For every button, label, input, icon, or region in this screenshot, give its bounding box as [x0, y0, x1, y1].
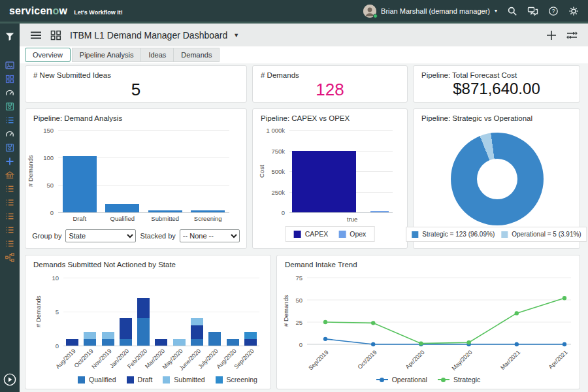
- list-icon[interactable]: [5, 184, 15, 194]
- segment-qualified[interactable]: [84, 339, 96, 346]
- bank-icon[interactable]: [5, 170, 15, 180]
- group-by-select[interactable]: State: [65, 229, 136, 242]
- bar-submitted[interactable]: [148, 210, 182, 212]
- gauge-icon[interactable]: [5, 88, 15, 98]
- point-strategic-apr-2021[interactable]: [563, 296, 566, 300]
- legend-item-submitted: Submitted: [163, 376, 204, 384]
- gear-icon[interactable]: [568, 6, 579, 16]
- bar-opex[interactable]: [370, 211, 389, 212]
- gauge-icon[interactable]: [5, 129, 15, 139]
- kpi-value[interactable]: 5: [25, 80, 246, 100]
- stacked-bar-may-2020[interactable]: [173, 339, 186, 346]
- list-icon[interactable]: [5, 225, 15, 235]
- segment-qualified[interactable]: [208, 332, 221, 346]
- segment-draft[interactable]: [244, 339, 257, 346]
- point-operational-sep-2019[interactable]: [323, 337, 327, 341]
- bar-screening[interactable]: [191, 210, 225, 212]
- bar-qualified[interactable]: [105, 204, 139, 212]
- segment-draft[interactable]: [120, 318, 132, 338]
- tab-pipeline-analysis[interactable]: Pipeline Analysis: [72, 48, 142, 62]
- chart-title: Pipeline: CAPEX vs OPEX: [253, 109, 407, 124]
- save-icon[interactable]: [5, 101, 15, 112]
- segment-draft[interactable]: [137, 298, 150, 318]
- dashboard-picker-icon[interactable]: [50, 30, 61, 41]
- segment-submitted[interactable]: [84, 332, 96, 338]
- dashboard-title-dropdown-icon[interactable]: ▼: [233, 32, 239, 39]
- play-circle-icon[interactable]: [2, 372, 18, 387]
- y-axis-label: # Demands: [282, 278, 290, 344]
- list-icon[interactable]: [5, 197, 15, 208]
- workflow-icon[interactable]: [5, 252, 15, 263]
- stacked-bar-oct-2019[interactable]: [84, 332, 96, 346]
- point-operational-mar-2021[interactable]: [515, 342, 519, 346]
- segment-qualified[interactable]: [227, 339, 239, 346]
- stacked-bar-july-2020[interactable]: [208, 332, 221, 346]
- segment-draft[interactable]: [66, 339, 78, 346]
- stacked-bar-aug-2019[interactable]: [66, 339, 78, 346]
- tab-demands[interactable]: Demands: [174, 48, 220, 62]
- segment-submitted[interactable]: [173, 339, 186, 346]
- chart-title: Pipeline: Demand Analysis: [25, 109, 246, 124]
- add-icon[interactable]: [546, 29, 557, 41]
- kpi-value[interactable]: $871,640.00: [414, 80, 580, 98]
- kpi-card-demands: # Demands 128: [252, 65, 408, 103]
- stacked-bar-aug-2020[interactable]: [227, 339, 239, 346]
- point-strategic-may-2020[interactable]: [466, 340, 470, 344]
- x-axis-labels: Sep/2019Oct/2019Apr/2020May/2020Mar/2021…: [307, 347, 571, 374]
- segment-qualified[interactable]: [102, 339, 114, 346]
- chevron-down-icon: ▾: [495, 8, 497, 14]
- bar-draft[interactable]: [63, 156, 97, 212]
- point-strategic-oct-2019[interactable]: [371, 321, 375, 325]
- grid-icon[interactable]: [5, 74, 15, 84]
- x-axis-tick: Aug/2019: [54, 348, 76, 370]
- stacked-bar-jan-2020[interactable]: [120, 318, 132, 346]
- segment-submitted[interactable]: [191, 318, 203, 325]
- list-icon[interactable]: [5, 115, 15, 125]
- tab-overview[interactable]: Overview: [25, 48, 71, 62]
- stacked-by-select[interactable]: -- None --: [180, 229, 240, 242]
- stacked-bar-nov-2019[interactable]: [102, 332, 114, 346]
- x-axis-labels: Aug/2019Oct/2019Nov/2019Jan/2020Feb/2020…: [63, 346, 259, 373]
- search-icon[interactable]: [507, 6, 517, 16]
- avatar: [363, 5, 376, 18]
- stacked-bar-june-2020[interactable]: [191, 318, 203, 346]
- point-operational-apr-2021[interactable]: [563, 342, 566, 346]
- stacked-by-label: Stacked by: [140, 232, 175, 240]
- bar-capex[interactable]: [292, 151, 356, 212]
- user-menu[interactable]: Brian Marshall (demand manager) ▾: [363, 5, 497, 18]
- list-icon[interactable]: [5, 238, 15, 249]
- stacked-bar-sep-2020[interactable]: [244, 332, 257, 346]
- list-icon[interactable]: [5, 211, 15, 221]
- sliders-icon[interactable]: [566, 30, 578, 41]
- save-icon[interactable]: [5, 142, 15, 153]
- menu-icon[interactable]: [30, 30, 42, 41]
- stacked-bar-feb-2020[interactable]: [137, 298, 150, 346]
- plot-area: 0255075# Demands: [307, 278, 571, 344]
- funnel-icon[interactable]: [4, 31, 16, 42]
- point-strategic-mar-2021[interactable]: [515, 311, 519, 315]
- segment-qualified[interactable]: [137, 318, 150, 346]
- chat-icon[interactable]: [527, 6, 538, 16]
- dashboard-nav-bar: ITBM L1 Demand Manager Dashboard ▼: [20, 24, 588, 46]
- point-strategic-sep-2019[interactable]: [323, 320, 327, 324]
- point-strategic-apr-2020[interactable]: [419, 341, 423, 345]
- online-status-dot: [373, 14, 378, 18]
- segment-draft[interactable]: [155, 339, 167, 346]
- stacked-bar-mar-2020[interactable]: [155, 339, 167, 346]
- segment-qualified[interactable]: [120, 339, 132, 346]
- segment-submitted[interactable]: [102, 332, 114, 338]
- segment-draft[interactable]: [191, 325, 203, 339]
- svg-text:?: ?: [552, 8, 555, 14]
- x-axis-labels: DraftQualifiedSubmittedScreening: [58, 215, 229, 222]
- chart-legend: QualifiedDraftSubmittedScreening: [25, 376, 270, 384]
- dashboard-title[interactable]: ITBM L1 Demand Manager Dashboard: [70, 30, 227, 41]
- tab-ideas[interactable]: Ideas: [141, 48, 174, 62]
- segment-screening[interactable]: [244, 332, 257, 338]
- help-icon[interactable]: ?: [548, 6, 559, 16]
- image-icon[interactable]: [5, 60, 15, 71]
- point-operational-oct-2019[interactable]: [371, 342, 375, 346]
- segment-qualified[interactable]: [191, 339, 203, 346]
- kpi-value[interactable]: 128: [253, 80, 407, 100]
- plus-icon[interactable]: [5, 156, 15, 167]
- donut-chart[interactable]: [451, 133, 544, 225]
